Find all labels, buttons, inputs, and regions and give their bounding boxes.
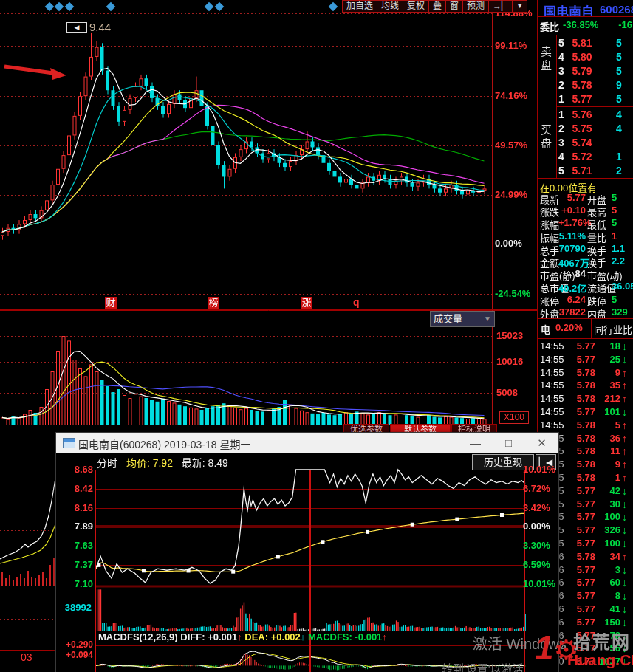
bid-row[interactable]: 35.74 bbox=[538, 137, 633, 151]
level-volume: 5 bbox=[616, 65, 632, 77]
quote-value: 1 bbox=[612, 230, 633, 241]
level-volume: 9 bbox=[616, 79, 632, 91]
toolbar-button[interactable]: 预测 bbox=[462, 0, 489, 13]
bid-row[interactable]: 15.764 bbox=[538, 109, 633, 123]
trade-price: 5.77 bbox=[566, 538, 595, 549]
indicator-selector[interactable]: 成交量 ▼ bbox=[430, 311, 495, 327]
trade-row[interactable]: 14:555.77101↓ bbox=[538, 406, 633, 419]
hot-label[interactable]: 财 bbox=[105, 297, 117, 309]
trade-volume: 326 bbox=[595, 524, 620, 535]
mode-label: 分时 bbox=[97, 457, 117, 469]
level-price: 5.72 bbox=[567, 151, 597, 162]
quote-label: 最新 bbox=[540, 192, 559, 205]
toolbar-button[interactable]: 窗 bbox=[445, 0, 463, 13]
ask-row[interactable]: 25.789 bbox=[538, 79, 633, 93]
trading-terminal: 加自选均线复权叠窗预测→▏▼ ◀ 9.44 财榜涨 q 114.88%99.11… bbox=[0, 0, 633, 672]
trade-volume: 25 bbox=[595, 354, 620, 365]
level-price: 5.78 bbox=[567, 79, 597, 91]
macd-header-part: DEA: +0.002 bbox=[242, 631, 301, 642]
ask-row[interactable]: 55.815 bbox=[538, 37, 633, 51]
quote-row: 涨停6.24跌停5 bbox=[538, 294, 633, 306]
percent-axis-label: 3.42% bbox=[523, 502, 557, 513]
trade-row[interactable]: 14:555.7725↓ bbox=[538, 354, 633, 366]
trade-row[interactable]: 14:555.7835↑ bbox=[538, 380, 633, 392]
ask-row[interactable]: 45.805 bbox=[538, 51, 633, 65]
level-number: 3 bbox=[558, 65, 564, 77]
trade-price: 5.78 bbox=[566, 472, 595, 483]
trade-volume: 8 bbox=[595, 590, 620, 601]
quote-value: 84 bbox=[558, 268, 586, 279]
trade-price: 5.77 bbox=[566, 577, 595, 588]
chevron-down-icon[interactable]: ▼ bbox=[512, 0, 527, 13]
arrow-down-icon: ↓ bbox=[622, 538, 627, 549]
quote-label: 量比 bbox=[587, 230, 606, 243]
chevron-down-icon: ▼ bbox=[484, 312, 491, 326]
left-mini-chart bbox=[0, 432, 55, 672]
trade-price: 5.77 bbox=[566, 524, 595, 535]
bid-row[interactable]: 45.721 bbox=[538, 151, 633, 165]
popup-title-bar[interactable]: 国电南自(600268) 2019-03-18 星期一 — □ ✕ bbox=[56, 433, 558, 453]
ask-row[interactable]: 15.775 bbox=[538, 93, 633, 107]
toolbar-button[interactable]: 均线 bbox=[377, 0, 403, 13]
shihuang-watermark: 拾荒网 bbox=[573, 628, 631, 654]
toolbar-button[interactable]: 加自选 bbox=[342, 0, 377, 13]
toolbar-button[interactable]: 叠 bbox=[428, 0, 446, 13]
trade-row[interactable]: 14:555.785↑ bbox=[538, 419, 633, 432]
hot-label[interactable]: 榜 bbox=[208, 297, 219, 309]
trade-volume: 101 bbox=[595, 406, 620, 417]
next-page-icon[interactable]: →▏ bbox=[488, 0, 513, 13]
bid-row[interactable]: 55.712 bbox=[538, 165, 633, 179]
macd-header-part: DIFF: +0.001 bbox=[180, 631, 237, 642]
quote-label: 外盘 bbox=[540, 306, 559, 319]
price-axis-label: 8.68 bbox=[58, 464, 93, 475]
intraday-info-line: 分时 均价: 7.92 最新: 8.49 bbox=[97, 455, 228, 470]
percent-axis-label: 3.30% bbox=[523, 540, 557, 551]
level-number: 5 bbox=[558, 37, 564, 49]
trade-price: 5.78 bbox=[566, 380, 595, 391]
hot-label[interactable]: 涨 bbox=[301, 297, 312, 309]
trade-row[interactable]: 14:555.789↑ bbox=[538, 367, 633, 380]
trade-row[interactable]: 14:555.78212↑ bbox=[538, 393, 633, 405]
trade-volume: 1 bbox=[595, 472, 620, 483]
bid-row[interactable]: 25.754 bbox=[538, 123, 633, 137]
price-axis-label: 8.16 bbox=[58, 502, 93, 513]
trade-volume: 36 bbox=[595, 433, 620, 444]
industry-compare-button[interactable]: 同行业比 bbox=[594, 322, 632, 336]
macd-header-part: ↑ bbox=[382, 631, 387, 642]
arrow-down-icon: ↓ bbox=[622, 406, 627, 418]
peak-price-marker-icon: ◀ bbox=[66, 22, 87, 33]
ask-row[interactable]: 35.795 bbox=[538, 65, 633, 79]
close-button[interactable]: ✕ bbox=[525, 433, 558, 453]
quote-label: 最低 bbox=[587, 217, 606, 230]
trade-volume: 212 bbox=[595, 393, 620, 404]
window-icon bbox=[63, 438, 75, 448]
maximize-button[interactable]: □ bbox=[492, 433, 525, 453]
quote-value: 40.2亿 bbox=[558, 281, 586, 293]
level-price: 5.71 bbox=[567, 165, 597, 176]
percent-axis-label: 6.72% bbox=[523, 483, 557, 494]
last-value: 8.49 bbox=[208, 457, 228, 469]
arrow-up-icon: ↑ bbox=[622, 551, 627, 563]
quote-value: 5 bbox=[612, 205, 633, 216]
volume-axis-label: 5008 bbox=[496, 387, 535, 398]
sector-strip[interactable]: 电 0.20% 同行业比 bbox=[538, 322, 633, 337]
peak-price-label: 9.44 bbox=[89, 21, 111, 33]
trade-price: 5.78 bbox=[566, 393, 595, 404]
quote-label: 换手 bbox=[587, 256, 606, 268]
arrow-down-icon: ↓ bbox=[622, 511, 627, 523]
percent-axis-label: 0.00% bbox=[523, 521, 557, 532]
toolbar-button[interactable]: 复权 bbox=[403, 0, 429, 13]
arrow-down-icon: ↓ bbox=[622, 498, 627, 510]
y-axis-label: 99.11% bbox=[495, 40, 536, 51]
daily-candlestick-chart bbox=[0, 0, 537, 310]
quote-value: 37822 bbox=[558, 306, 586, 318]
level-volume: 5 bbox=[616, 37, 632, 49]
quote-label: 振幅 bbox=[540, 230, 559, 243]
stock-code: 600268 bbox=[600, 3, 633, 16]
level-price: 5.81 bbox=[567, 37, 597, 49]
trade-row[interactable]: 14:555.7718↓ bbox=[538, 340, 633, 353]
minimize-button[interactable]: — bbox=[459, 433, 492, 453]
quote-value: 5.77 bbox=[558, 192, 586, 203]
trade-time: 14:55 bbox=[540, 367, 564, 378]
arrow-up-icon: ↑ bbox=[622, 472, 627, 484]
